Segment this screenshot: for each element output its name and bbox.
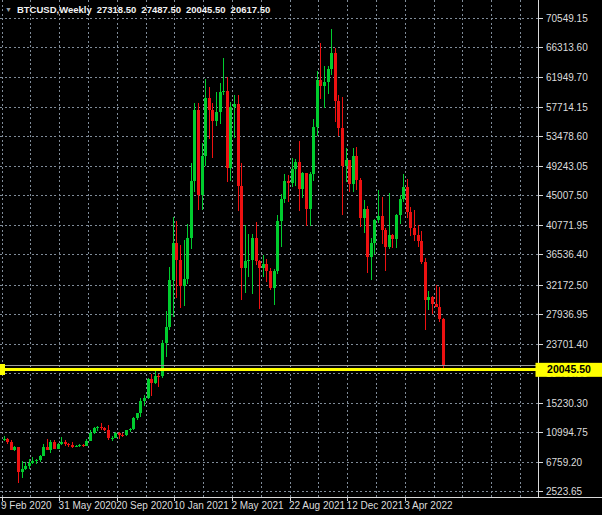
- ohlc-close: 20617.50: [231, 4, 271, 15]
- y-axis-label: 23701.40: [546, 339, 588, 350]
- candle-body: [323, 82, 326, 85]
- candle-body: [175, 243, 178, 260]
- candle-body: [391, 235, 394, 239]
- candle-body: [147, 379, 150, 397]
- x-axis-label: 31 May 2020: [59, 500, 117, 511]
- x-axis-label: 22 Aug 2021: [289, 500, 346, 511]
- y-axis-label: 49243.05: [546, 161, 588, 172]
- candle-body: [190, 181, 193, 239]
- x-axis-labels: 9 Feb 202031 May 202020 Sep 202010 Jan 2…: [1, 497, 453, 511]
- candle-body: [150, 379, 153, 382]
- candle-body: [237, 104, 240, 186]
- candle-body: [413, 228, 416, 235]
- candle-body: [247, 260, 250, 261]
- x-axis-label: 12 Dec 2021: [347, 500, 404, 511]
- candle-body: [363, 209, 366, 218]
- candle-body: [183, 279, 186, 286]
- candle-body: [269, 271, 272, 288]
- candle-body: [85, 441, 88, 446]
- candle-body: [276, 221, 279, 271]
- candle-body: [345, 160, 348, 166]
- candle-body: [71, 445, 74, 447]
- one-click-trading-arrow[interactable]: ▼: [5, 6, 12, 13]
- candle-body: [193, 110, 196, 181]
- candle-body: [427, 297, 430, 299]
- candle-body: [251, 238, 254, 260]
- candle-body: [337, 101, 340, 128]
- candle-body: [280, 199, 283, 221]
- candle-body: [305, 173, 308, 209]
- y-axis-label: 70549.15: [546, 13, 588, 24]
- candle-body: [121, 435, 124, 436]
- y-axis-label: 53478.60: [546, 131, 588, 142]
- candle-body: [312, 127, 315, 174]
- candle-body: [219, 92, 222, 112]
- candle-body: [409, 212, 412, 228]
- candle-body: [258, 261, 261, 267]
- candle-body: [431, 297, 434, 304]
- candle-body: [157, 376, 160, 377]
- x-axis-label: 2 May 2021: [231, 500, 284, 511]
- line-drag-handle[interactable]: [0, 364, 5, 375]
- candle-body: [201, 156, 204, 196]
- candle-body: [204, 98, 207, 155]
- candle-body: [143, 398, 146, 401]
- candle-body: [291, 169, 294, 183]
- candle-body: [129, 429, 132, 430]
- candle-body: [6, 439, 9, 442]
- candle-body: [283, 181, 286, 198]
- candle-body: [17, 447, 20, 472]
- ohlc-high: 27487.50: [141, 4, 181, 15]
- candle-body: [395, 215, 398, 239]
- candle-body: [366, 209, 369, 257]
- candle-body: [359, 180, 362, 218]
- candle-body: [165, 327, 168, 343]
- candle-body: [438, 307, 441, 319]
- candles: [3, 29, 445, 483]
- ohlc-open: 27318.50: [97, 4, 137, 15]
- candle-body: [211, 110, 214, 121]
- candle-body: [60, 442, 63, 444]
- candle-body: [294, 162, 297, 169]
- candle-body: [125, 430, 128, 435]
- y-axis-label: 45007.50: [546, 190, 588, 201]
- candle-body: [31, 461, 34, 462]
- candle-body: [132, 418, 135, 429]
- y-axis-label: 57714.15: [546, 102, 588, 113]
- candle-body: [197, 110, 200, 196]
- candle-body: [435, 304, 438, 306]
- price-line-badge: 20045.50: [536, 363, 602, 377]
- candle-body: [179, 260, 182, 286]
- candle-body: [355, 156, 358, 180]
- candle-body: [341, 128, 344, 166]
- candle-body: [75, 446, 78, 447]
- candle-body: [3, 439, 6, 440]
- candle-body: [255, 238, 258, 262]
- candle-body: [208, 98, 211, 109]
- candle-body: [229, 107, 232, 168]
- y-axis-labels: 70549.1566313.6061949.7057714.1553478.60…: [538, 13, 588, 498]
- mt4-chart-window: 70549.1566313.6061949.7057714.1553478.60…: [0, 0, 602, 515]
- candle-body: [215, 112, 218, 121]
- candle-body: [136, 413, 139, 418]
- candle-body: [287, 181, 290, 183]
- candle-body: [13, 447, 16, 449]
- candle-body: [107, 430, 110, 439]
- candle-body: [348, 160, 351, 184]
- candle-body: [330, 53, 333, 69]
- candle-body: [78, 445, 81, 446]
- candle-body: [93, 428, 96, 432]
- y-axis-label: 2523.65: [546, 486, 583, 497]
- price-line-badge-value: 20045.50: [547, 363, 591, 375]
- candle-body: [42, 447, 45, 456]
- x-axis-label: 20 Sep 2020: [116, 500, 173, 511]
- candle-body: [103, 428, 106, 429]
- candle-body: [316, 80, 319, 127]
- candle-body: [373, 220, 376, 243]
- price-chart[interactable]: 70549.1566313.6061949.7057714.1553478.60…: [0, 0, 602, 515]
- candle-body: [35, 460, 38, 462]
- candle-body: [319, 80, 322, 86]
- candle-body: [370, 243, 373, 257]
- candle-body: [21, 469, 24, 472]
- candle-body: [226, 91, 229, 167]
